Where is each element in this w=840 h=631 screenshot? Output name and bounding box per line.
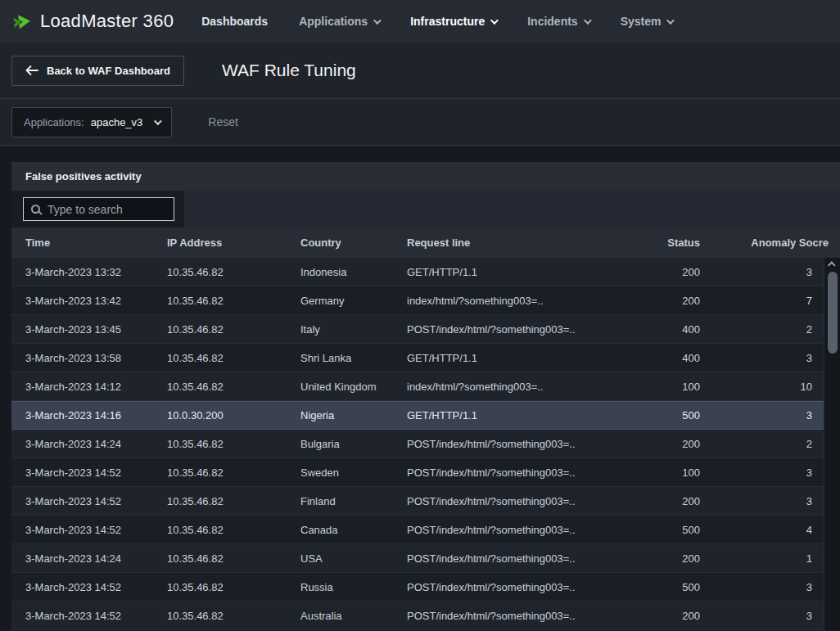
nav-item-dashboards[interactable]: Dashboards	[201, 15, 268, 28]
search-icon	[31, 205, 40, 214]
cell-anomaly-score: 3	[700, 610, 812, 622]
cell-request: GET/HTTP/1.1	[407, 266, 628, 278]
cell-anomaly-score: 3	[700, 266, 812, 278]
nav-item-incidents[interactable]: Incidents	[527, 15, 589, 28]
cell-ip: 10.35.46.82	[167, 581, 300, 593]
cell-ip: 10.35.46.82	[167, 610, 300, 622]
cell-time: 3-March-2023 14:52	[25, 495, 167, 507]
scroll-up-icon[interactable]	[828, 261, 836, 269]
search-cell	[11, 191, 184, 228]
search-input[interactable]	[47, 203, 166, 216]
cell-anomaly-score: 3	[700, 581, 812, 593]
table-row[interactable]: 3-March-2023 14:52 10.35.46.82 Australia…	[11, 602, 824, 630]
table-row[interactable]: 3-March-2023 14:12 10.35.46.82 United Ki…	[11, 372, 824, 401]
cell-status: 500	[628, 524, 700, 536]
table-row[interactable]: 3-March-2023 13:45 10.35.46.82 Italy POS…	[11, 315, 824, 344]
cell-status: 500	[628, 409, 700, 421]
cell-ip: 10.35.46.82	[167, 524, 300, 536]
nav-item-system[interactable]: System	[621, 15, 673, 28]
cell-ip: 10.35.46.82	[167, 495, 300, 507]
table-row[interactable]: 3-March-2023 14:52 10.35.46.82 Canada PO…	[11, 516, 824, 544]
cell-request: POST/index/html/?something003=..	[407, 495, 628, 507]
cell-time: 3-March-2023 13:32	[25, 266, 167, 278]
brand-name: LoadMaster 360	[40, 11, 174, 32]
column-header-ip[interactable]: IP Address	[167, 237, 300, 249]
cell-request: POST/index/html/?something003=..	[407, 610, 628, 622]
cell-country: Germany	[300, 295, 407, 307]
cell-ip: 10.35.46.82	[167, 466, 300, 479]
arrow-left-icon	[25, 65, 38, 75]
cell-anomaly-score: 1	[700, 552, 812, 565]
brand[interactable]: LoadMaster 360	[11, 11, 174, 33]
nav-item-infrastructure[interactable]: Infrastructure	[410, 15, 496, 28]
cell-time: 3-March-2023 14:52	[25, 524, 167, 536]
page-header: Back to WAF Dashboard WAF Rule Tuning	[0, 43, 840, 99]
applications-dropdown-value: apache_v3	[91, 116, 143, 128]
cell-anomaly-score: 3	[700, 495, 812, 507]
back-button-label: Back to WAF Dashboard	[47, 65, 170, 77]
cell-anomaly-score: 7	[700, 295, 812, 307]
cell-request: GET/HTTP/1.1	[407, 352, 628, 364]
cell-status: 200	[628, 495, 700, 507]
chevron-down-icon	[490, 16, 499, 25]
cell-status: 100	[628, 381, 700, 393]
chevron-down-icon	[373, 16, 382, 25]
cell-anomaly-score: 10	[700, 381, 812, 393]
cell-ip: 10.35.46.82	[167, 381, 300, 393]
vertical-scrollbar[interactable]	[824, 258, 840, 630]
table-row[interactable]: 3-March-2023 14:24 10.35.46.82 Bulgaria …	[11, 430, 824, 458]
column-header-request[interactable]: Request line	[407, 237, 628, 249]
search-box[interactable]	[23, 197, 174, 221]
cell-status: 200	[628, 438, 700, 450]
back-to-waf-dashboard-button[interactable]: Back to WAF Dashboard	[11, 56, 184, 86]
table-row[interactable]: 3-March-2023 14:52 10.35.46.82 Sweden PO…	[11, 458, 824, 487]
table-row[interactable]: 3-March-2023 13:58 10.35.46.82 Shri Lank…	[11, 344, 824, 372]
cell-status: 400	[628, 352, 700, 364]
table-row[interactable]: 3-March-2023 14:16 10.0.30.200 Nigeria G…	[11, 401, 824, 430]
top-nav: LoadMaster 360 Dashboards Applications I…	[0, 0, 840, 43]
cell-request: POST/index/html/?something003=..	[407, 552, 628, 565]
cell-country: Finland	[300, 495, 407, 507]
table-row[interactable]: 3-March-2023 13:32 10.35.46.82 Indonesia…	[11, 258, 824, 286]
cell-time: 3-March-2023 14:24	[25, 552, 167, 565]
cell-request: POST/index/html/?something003=..	[407, 323, 628, 336]
cell-request: POST/index/html/?something003=..	[407, 524, 628, 536]
cell-country: Nigeria	[300, 409, 407, 421]
column-header-anomaly-score[interactable]: Anomaly Socre	[700, 237, 829, 249]
cell-country: Sweden	[300, 466, 407, 479]
cell-time: 3-March-2023 14:16	[25, 409, 167, 421]
nav-items: Dashboards Applications Infrastructure I…	[201, 15, 672, 28]
page-title: WAF Rule Tuning	[222, 61, 356, 80]
table-body-rows: 3-March-2023 13:32 10.35.46.82 Indonesia…	[11, 258, 824, 630]
column-header-time[interactable]: Time	[25, 237, 167, 249]
chevron-down-icon	[154, 117, 162, 125]
filter-bar: Applications: apache_v3 Reset	[0, 99, 840, 146]
cell-country: Russia	[300, 581, 407, 593]
cell-anomaly-score: 3	[700, 466, 812, 479]
cell-anomaly-score: 4	[700, 524, 812, 536]
scrollbar-thumb[interactable]	[828, 272, 838, 354]
nav-item-label: System	[621, 15, 662, 28]
cell-anomaly-score: 3	[700, 409, 812, 421]
cell-anomaly-score: 2	[700, 323, 812, 336]
reset-button[interactable]: Reset	[208, 115, 238, 128]
cell-country: Canada	[300, 524, 407, 536]
nav-item-applications[interactable]: Applications	[299, 15, 379, 28]
column-header-country[interactable]: Country	[300, 237, 407, 249]
search-row	[11, 191, 840, 228]
applications-dropdown[interactable]: Applications: apache_v3	[11, 107, 172, 137]
table-row[interactable]: 3-March-2023 14:24 10.35.46.82 USA POST/…	[11, 544, 824, 573]
cell-request: POST/index/html/?something003=..	[407, 438, 628, 450]
false-positives-panel: False positives activity Time IP Address…	[11, 162, 840, 630]
cell-status: 200	[628, 295, 700, 307]
cell-ip: 10.35.46.82	[167, 323, 300, 336]
table-row[interactable]: 3-March-2023 13:42 10.35.46.82 Germany i…	[11, 286, 824, 315]
table-row[interactable]: 3-March-2023 14:52 10.35.46.82 Finland P…	[11, 487, 824, 516]
cell-time: 3-March-2023 13:45	[25, 323, 167, 336]
cell-request: GET/HTTP/1.1	[407, 409, 628, 421]
table-row[interactable]: 3-March-2023 14:52 10.35.46.82 Russia PO…	[11, 573, 824, 602]
cell-country: Bulgaria	[300, 438, 407, 450]
cell-request: POST/index/html/?something003=..	[407, 581, 628, 593]
cell-time: 3-March-2023 14:24	[25, 438, 167, 450]
column-header-status[interactable]: Status	[628, 237, 700, 249]
